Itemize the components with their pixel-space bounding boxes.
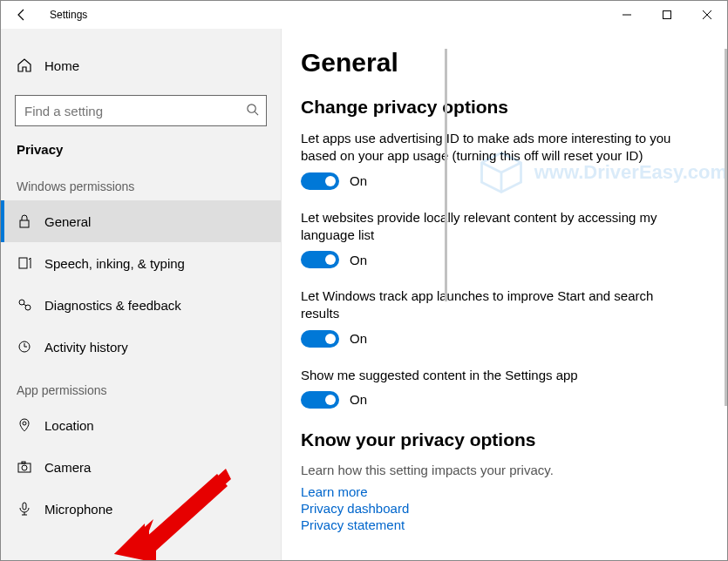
minimize-button[interactable] bbox=[607, 1, 647, 29]
sidebar-item-label: Speech, inking, & typing bbox=[44, 256, 185, 271]
setting-suggested-content: Show me suggested content in the Setting… bbox=[301, 367, 684, 409]
sidebar-item-location[interactable]: Location bbox=[1, 404, 281, 446]
window-title: Settings bbox=[50, 9, 87, 21]
titlebar: Settings bbox=[1, 1, 727, 29]
close-button[interactable] bbox=[687, 1, 727, 29]
sidebar-item-label: Camera bbox=[44, 460, 91, 475]
sidebar-item-label: General bbox=[44, 214, 91, 229]
toggle-advertising-id[interactable] bbox=[301, 172, 339, 190]
window-controls bbox=[607, 1, 727, 29]
sidebar-item-speech[interactable]: Speech, inking, & typing bbox=[1, 242, 281, 284]
sidebar-item-diagnostics[interactable]: Diagnostics & feedback bbox=[1, 284, 281, 326]
search-icon bbox=[246, 103, 259, 118]
minimize-icon bbox=[623, 10, 631, 19]
sidebar-scrollbar[interactable] bbox=[445, 49, 447, 301]
svg-rect-7 bbox=[19, 258, 27, 268]
svg-rect-15 bbox=[22, 462, 25, 463]
search-input[interactable] bbox=[24, 104, 259, 118]
toggle-track-launches[interactable] bbox=[301, 330, 339, 348]
setting-desc: Let websites provide locally relevant co… bbox=[301, 209, 684, 245]
setting-desc: Let apps use advertising ID to make ads … bbox=[301, 130, 684, 166]
toggle-language-list[interactable] bbox=[301, 251, 339, 268]
sidebar: Home Privacy Windows permissions General… bbox=[1, 29, 282, 560]
home-icon bbox=[17, 57, 32, 73]
setting-track-launches: Let Windows track app launches to improv… bbox=[301, 287, 684, 348]
sidebar-item-label: Activity history bbox=[44, 340, 128, 355]
svg-line-10 bbox=[24, 304, 26, 306]
svg-rect-16 bbox=[23, 503, 26, 510]
content-scrollbar[interactable] bbox=[725, 49, 727, 406]
page-title: General bbox=[301, 48, 701, 78]
svg-line-5 bbox=[255, 112, 258, 115]
maximize-icon bbox=[663, 10, 671, 19]
camera-icon bbox=[17, 460, 32, 474]
close-icon bbox=[703, 10, 711, 19]
section-app-permissions: App permissions bbox=[1, 368, 281, 404]
svg-point-4 bbox=[248, 105, 255, 112]
toggle-state-label: On bbox=[350, 253, 367, 267]
toggle-state-label: On bbox=[350, 392, 367, 407]
section-heading-know-options: Know your privacy options bbox=[301, 429, 701, 450]
content-area: General Change privacy options Let apps … bbox=[282, 29, 727, 560]
link-learn-more[interactable]: Learn more bbox=[301, 484, 701, 499]
link-privacy-statement[interactable]: Privacy statement bbox=[301, 517, 701, 532]
link-privacy-dashboard[interactable]: Privacy dashboard bbox=[301, 501, 701, 516]
svg-rect-1 bbox=[663, 11, 671, 19]
back-button[interactable] bbox=[1, 1, 43, 29]
toggle-suggested-content[interactable] bbox=[301, 391, 339, 409]
sidebar-item-activity[interactable]: Activity history bbox=[1, 326, 281, 368]
lock-icon bbox=[17, 214, 32, 228]
sidebar-item-camera[interactable]: Camera bbox=[1, 446, 281, 488]
svg-point-12 bbox=[23, 422, 26, 425]
toggle-state-label: On bbox=[350, 173, 367, 188]
microphone-icon bbox=[17, 502, 32, 516]
sidebar-item-general[interactable]: General bbox=[1, 200, 281, 242]
setting-desc: Show me suggested content in the Setting… bbox=[301, 367, 684, 384]
search-box[interactable] bbox=[15, 95, 267, 126]
home-label: Home bbox=[44, 58, 79, 73]
toggle-state-label: On bbox=[350, 331, 367, 346]
sidebar-home[interactable]: Home bbox=[1, 44, 281, 86]
maximize-button[interactable] bbox=[647, 1, 687, 29]
svg-point-14 bbox=[22, 465, 27, 470]
know-options-desc: Learn how this setting impacts your priv… bbox=[301, 463, 701, 477]
sidebar-item-label: Microphone bbox=[44, 502, 112, 517]
section-windows-permissions: Windows permissions bbox=[1, 164, 281, 200]
setting-advertising-id: Let apps use advertising ID to make ads … bbox=[301, 130, 684, 190]
sidebar-category: Privacy bbox=[1, 126, 281, 164]
sidebar-item-label: Diagnostics & feedback bbox=[44, 298, 181, 313]
pen-icon bbox=[17, 256, 32, 270]
section-heading-privacy-options: Change privacy options bbox=[301, 97, 701, 118]
history-icon bbox=[17, 340, 32, 354]
sidebar-item-label: Location bbox=[44, 418, 94, 433]
svg-rect-6 bbox=[20, 220, 29, 227]
arrow-left-icon bbox=[15, 8, 29, 22]
location-icon bbox=[17, 418, 32, 432]
sidebar-item-microphone[interactable]: Microphone bbox=[1, 488, 281, 530]
setting-desc: Let Windows track app launches to improv… bbox=[301, 287, 684, 323]
feedback-icon bbox=[17, 298, 32, 312]
setting-language-list: Let websites provide locally relevant co… bbox=[301, 209, 684, 269]
